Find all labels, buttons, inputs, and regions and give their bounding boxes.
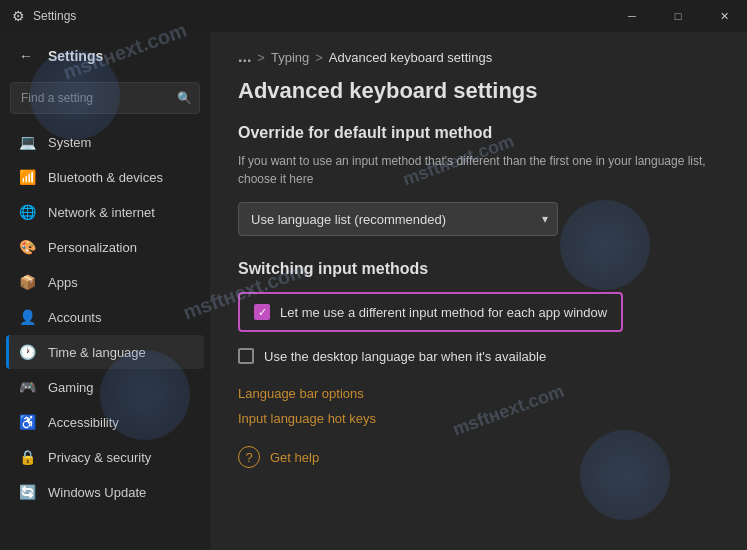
sidebar-item-label: Network & internet xyxy=(48,205,155,220)
sidebar-item-system[interactable]: 💻 System xyxy=(6,125,204,159)
main-content: ... > Typing > Advanced keyboard setting… xyxy=(210,32,747,550)
sidebar-item-accounts[interactable]: 👤 Accounts xyxy=(6,300,204,334)
checkbox-desktop-bar[interactable] xyxy=(238,348,254,364)
sidebar-nav-row: ← Settings xyxy=(0,36,210,76)
input-method-dropdown[interactable]: Use language list (recommended) xyxy=(238,202,558,236)
app-container: ← Settings 🔍 💻 System 📶 Bluetooth & devi… xyxy=(0,32,747,550)
input-language-hotkeys-link[interactable]: Input language hot keys xyxy=(238,411,715,426)
titlebar: ⚙ Settings ─ □ ✕ xyxy=(0,0,747,32)
time-language-icon: 🕐 xyxy=(18,343,36,361)
sidebar-item-gaming[interactable]: 🎮 Gaming xyxy=(6,370,204,404)
minimize-button[interactable]: ─ xyxy=(609,0,655,32)
bluetooth-icon: 📶 xyxy=(18,168,36,186)
system-icon: 💻 xyxy=(18,133,36,151)
sidebar: ← Settings 🔍 💻 System 📶 Bluetooth & devi… xyxy=(0,32,210,550)
search-box: 🔍 xyxy=(10,82,200,114)
windows-update-icon: 🔄 xyxy=(18,483,36,501)
titlebar-left: ⚙ Settings xyxy=(12,8,76,24)
sidebar-item-label: Personalization xyxy=(48,240,137,255)
help-icon-symbol: ? xyxy=(245,450,252,465)
titlebar-title: Settings xyxy=(33,9,76,23)
checkbox-different-method[interactable] xyxy=(254,304,270,320)
back-button[interactable]: ← xyxy=(12,42,40,70)
language-bar-options-link[interactable]: Language bar options xyxy=(238,386,715,401)
search-input[interactable] xyxy=(10,82,200,114)
sidebar-item-personalization[interactable]: 🎨 Personalization xyxy=(6,230,204,264)
sidebar-item-label: Accessibility xyxy=(48,415,119,430)
settings-icon: ⚙ xyxy=(12,8,25,24)
sidebar-item-label: Time & language xyxy=(48,345,146,360)
titlebar-controls: ─ □ ✕ xyxy=(609,0,747,32)
breadcrumb-sep2: > xyxy=(315,50,323,65)
privacy-icon: 🔒 xyxy=(18,448,36,466)
sidebar-app-title: Settings xyxy=(48,48,103,64)
breadcrumb-typing[interactable]: Typing xyxy=(271,50,309,65)
page-title: Advanced keyboard settings xyxy=(238,78,715,104)
sidebar-item-time-language[interactable]: 🕐 Time & language xyxy=(6,335,204,369)
sidebar-item-label: Gaming xyxy=(48,380,94,395)
breadcrumb-dots: ... xyxy=(238,48,251,66)
override-section-title: Override for default input method xyxy=(238,124,715,142)
sidebar-item-network[interactable]: 🌐 Network & internet xyxy=(6,195,204,229)
sidebar-item-label: Bluetooth & devices xyxy=(48,170,163,185)
sidebar-item-apps[interactable]: 📦 Apps xyxy=(6,265,204,299)
maximize-button[interactable]: □ xyxy=(655,0,701,32)
sidebar-item-bluetooth[interactable]: 📶 Bluetooth & devices xyxy=(6,160,204,194)
accessibility-icon: ♿ xyxy=(18,413,36,431)
switching-section-title: Switching input methods xyxy=(238,260,715,278)
breadcrumb: ... > Typing > Advanced keyboard setting… xyxy=(238,48,715,66)
sidebar-item-label: Privacy & security xyxy=(48,450,151,465)
accounts-icon: 👤 xyxy=(18,308,36,326)
sidebar-items: 💻 System 📶 Bluetooth & devices 🌐 Network… xyxy=(0,124,210,550)
sidebar-item-label: System xyxy=(48,135,91,150)
sidebar-item-label: Windows Update xyxy=(48,485,146,500)
sidebar-item-windows-update[interactable]: 🔄 Windows Update xyxy=(6,475,204,509)
network-icon: 🌐 xyxy=(18,203,36,221)
sidebar-item-privacy[interactable]: 🔒 Privacy & security xyxy=(6,440,204,474)
breadcrumb-current: Advanced keyboard settings xyxy=(329,50,492,65)
override-section-desc: If you want to use an input method that'… xyxy=(238,152,715,188)
gaming-icon: 🎮 xyxy=(18,378,36,396)
help-icon: ? xyxy=(238,446,260,468)
search-icon: 🔍 xyxy=(177,91,192,105)
sidebar-item-accessibility[interactable]: ♿ Accessibility xyxy=(6,405,204,439)
checkbox-row-different-method[interactable]: Let me use a different input method for … xyxy=(238,292,623,332)
checkbox-row-desktop-bar[interactable]: Use the desktop language bar when it's a… xyxy=(238,342,715,370)
dropdown-wrap: Use language list (recommended) ▾ xyxy=(238,202,558,236)
checkbox-label-different-method: Let me use a different input method for … xyxy=(280,305,607,320)
get-help-label: Get help xyxy=(270,450,319,465)
personalization-icon: 🎨 xyxy=(18,238,36,256)
sidebar-item-label: Accounts xyxy=(48,310,101,325)
apps-icon: 📦 xyxy=(18,273,36,291)
get-help-row[interactable]: ? Get help xyxy=(238,446,715,468)
sidebar-item-label: Apps xyxy=(48,275,78,290)
breadcrumb-sep1: > xyxy=(257,50,265,65)
checkbox-label-desktop-bar: Use the desktop language bar when it's a… xyxy=(264,349,546,364)
close-button[interactable]: ✕ xyxy=(701,0,747,32)
